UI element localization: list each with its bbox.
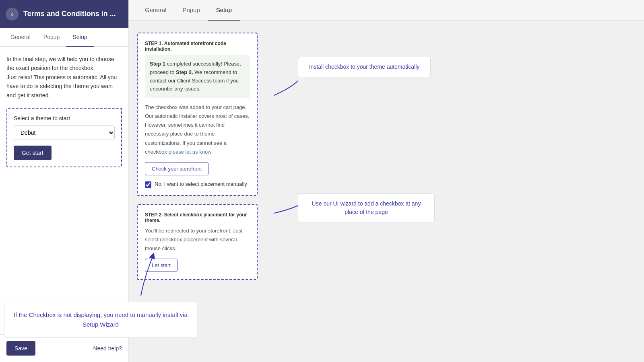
main-body: STEP 1. Automated storefront code instal… xyxy=(129,21,644,362)
back-button[interactable]: ‹ xyxy=(6,8,19,21)
annotation-middle-text: Use our UI wizard to add a checkbox at a… xyxy=(312,200,421,215)
main-tabs: General Popup Setup xyxy=(129,0,644,21)
check-storefront-button[interactable]: Check your storefront xyxy=(145,162,208,175)
manual-placement-checkbox[interactable] xyxy=(145,181,151,188)
sidebar-tab-setup[interactable]: Setup xyxy=(66,28,94,47)
step1-success-box: Step 1 completed successfully! Please, p… xyxy=(145,55,250,98)
left-annotation-box: If the Checkbox is not displaying, you n… xyxy=(4,302,197,338)
theme-dropdown[interactable]: Debut xyxy=(14,125,115,140)
need-help-link[interactable]: Need help? xyxy=(93,345,122,352)
main-content: General Popup Setup STEP 1. Automated st… xyxy=(129,0,644,362)
annotation-top-box: Install checkbox to your theme automatic… xyxy=(298,57,431,77)
manual-placement-label: No, I want to select placement manually xyxy=(155,181,247,187)
sidebar-tab-general[interactable]: General xyxy=(4,28,37,47)
step2-box: STEP 2. Select checkbox placement for yo… xyxy=(137,204,258,280)
sidebar-content: In this final step, we will help you to … xyxy=(0,47,128,334)
step1-success-strong: Step 1 xyxy=(150,61,165,67)
sidebar-tab-popup[interactable]: Popup xyxy=(37,28,66,47)
sidebar-description: In this final step, we will help you to … xyxy=(6,55,122,100)
sidebar-tabs: General Popup Setup xyxy=(0,28,128,47)
please-let-us-know-link[interactable]: please let us know. xyxy=(169,149,213,155)
step1-box: STEP 1. Automated storefront code instal… xyxy=(137,33,258,196)
sidebar-footer: Save Need help? xyxy=(0,334,128,362)
main-tab-setup[interactable]: Setup xyxy=(208,0,240,21)
save-button[interactable]: Save xyxy=(6,341,35,356)
main-tab-popup[interactable]: Popup xyxy=(174,0,208,21)
main-tab-general[interactable]: General xyxy=(137,0,174,21)
step2-ref: Step 2. xyxy=(176,69,193,75)
manual-placement-row: No, I want to select placement manually xyxy=(145,181,250,188)
annotation-top-text: Install checkbox to your theme automatic… xyxy=(309,64,420,70)
step1-label: STEP 1. Automated storefront code instal… xyxy=(145,41,250,52)
sidebar-title: Terms and Conditions in ... xyxy=(23,10,116,18)
sidebar-header: ‹ Terms and Conditions in ... xyxy=(0,0,128,28)
theme-select-box: Select a theme to start Debut Get start xyxy=(6,108,122,167)
step2-desc: You'll be redirected to your storefront.… xyxy=(145,226,250,253)
let-start-button[interactable]: Let start xyxy=(145,259,178,272)
theme-select-label: Select a theme to start xyxy=(14,115,115,121)
annotations-area: Install checkbox to your theme automatic… xyxy=(274,33,636,350)
step1-body-text: The checkbox was added to your cart page… xyxy=(145,103,250,156)
step2-label: STEP 2. Select checkbox placement for yo… xyxy=(145,212,250,223)
get-start-button[interactable]: Get start xyxy=(14,146,52,160)
left-annotation-text: If the Checkbox is not displaying, you n… xyxy=(13,310,188,329)
annotation-middle-box: Use our UI wizard to add a checkbox at a… xyxy=(298,193,435,222)
